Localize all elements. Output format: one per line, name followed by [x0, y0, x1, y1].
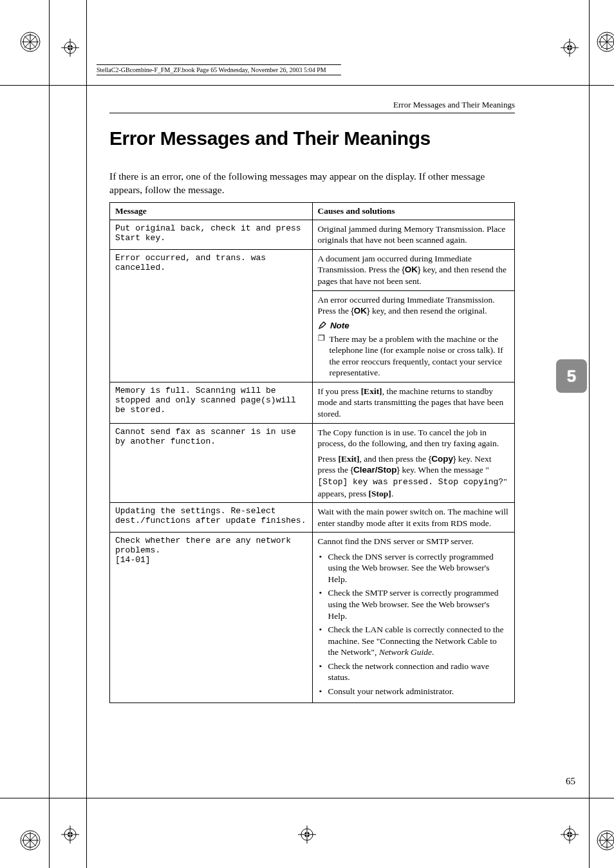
section-number: 5: [567, 366, 576, 386]
corner-circle-icon: [19, 31, 41, 53]
crop-line: [0, 85, 614, 86]
list-item: Check the LAN cable is correctly connect…: [318, 624, 510, 658]
registration-mark-icon: [61, 39, 79, 57]
table-row: Check whether there are any network prob…: [110, 533, 515, 703]
solution-text: Wait with the main power switch on. The …: [318, 506, 510, 529]
registration-mark-icon: [561, 39, 579, 57]
solution-cell: Original jammed during Memory Transmissi…: [312, 220, 515, 249]
page-content: Error Messages and Their Meanings Error …: [109, 100, 515, 703]
list-item: Check the network connection and radio w…: [318, 661, 510, 683]
corner-circle-icon: [596, 829, 614, 851]
corner-circle-icon: [19, 829, 41, 851]
list-item: Check the DNS server is correctly progra…: [318, 551, 510, 585]
note-block: Note There may be a problem with the mac…: [318, 321, 510, 379]
crop-line: [86, 0, 87, 868]
note-label: Note: [330, 321, 349, 330]
registration-mark-icon: [61, 826, 79, 844]
crop-line: [0, 798, 614, 798]
message-cell: Check whether there are any network prob…: [110, 533, 313, 703]
crop-line: [589, 0, 590, 868]
table-row: Put original back, check it and press St…: [110, 220, 515, 249]
intro-paragraph: If there is an error, one of the followi…: [109, 170, 515, 197]
crop-line: [49, 0, 50, 868]
section-tab: 5: [556, 359, 587, 393]
message-cell: Memory is full. Scanning will be stopped…: [110, 382, 313, 423]
solution-text: Original jammed during Memory Transmissi…: [318, 223, 510, 246]
solution-text: If you press [Exit], the machine returns…: [318, 386, 510, 420]
solution-cell: A document jam occurred during Immediate…: [312, 249, 515, 290]
message-line: [14-01]: [115, 555, 307, 565]
col-header-causes: Causes and solutions: [312, 202, 515, 220]
solution-lead: Cannot find the DNS server or SMTP serve…: [318, 536, 510, 547]
running-head: Error Messages and Their Meanings: [109, 100, 515, 113]
solution-cell: The Copy function is in use. To cancel t…: [312, 423, 515, 503]
solution-cell: Wait with the main power switch on. The …: [312, 503, 515, 533]
registration-mark-icon: [561, 826, 579, 844]
message-cell: Cannot send fax as scanner is in use by …: [110, 423, 313, 503]
message-line: Check whether there are any network prob…: [115, 536, 307, 555]
message-cell: Error occurred, and trans. was cancelled…: [110, 249, 313, 382]
solution-text: The Copy function is in use. To cancel t…: [318, 427, 510, 449]
bullet-list: Check the DNS server is correctly progra…: [318, 551, 510, 697]
registration-mark-icon: [298, 826, 316, 844]
solution-cell: If you press [Exit], the machine returns…: [312, 382, 515, 423]
page-title: Error Messages and Their Meanings: [109, 127, 515, 149]
note-item: There may be a problem with the machine …: [318, 334, 510, 379]
table-row: Error occurred, and trans. was cancelled…: [110, 249, 515, 290]
list-item: Consult your network administrator.: [318, 686, 510, 697]
table-row: Memory is full. Scanning will be stopped…: [110, 382, 515, 423]
page-number: 65: [566, 776, 575, 787]
svg-line-54: [321, 325, 322, 327]
table-row: Cannot send fax as scanner is in use by …: [110, 423, 515, 503]
solution-text: An error occurred during Immediate Trans…: [318, 294, 510, 317]
solution-text: A document jam occurred during Immediate…: [318, 253, 510, 287]
solution-cell: Cannot find the DNS server or SMTP serve…: [312, 533, 515, 703]
corner-circle-icon: [596, 31, 614, 53]
table-row: Updating the settings. Re-select dest./f…: [110, 503, 515, 533]
solution-text: Press [Exit], and then press the {Copy} …: [318, 453, 510, 500]
col-header-message: Message: [110, 202, 313, 220]
message-cell: Put original back, check it and press St…: [110, 220, 313, 249]
list-item: Check the SMTP server is correctly progr…: [318, 587, 510, 621]
book-header: StellaC2-GBcombine-F_FM_ZF.book Page 65 …: [97, 64, 341, 75]
error-table: Message Causes and solutions Put origina…: [109, 202, 515, 703]
message-cell: Updating the settings. Re-select dest./f…: [110, 503, 313, 533]
note-icon: [318, 321, 327, 330]
solution-cell: An error occurred during Immediate Trans…: [312, 290, 515, 382]
